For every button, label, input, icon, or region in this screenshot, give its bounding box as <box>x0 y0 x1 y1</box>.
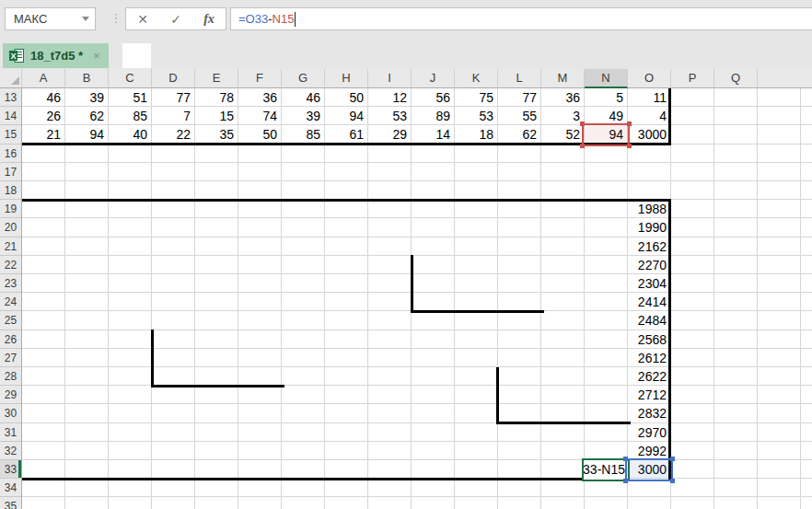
row-header-24[interactable]: 24 <box>0 293 21 311</box>
cell-O29[interactable]: 2712 <box>629 386 670 404</box>
cell-J14[interactable]: 89 <box>412 107 454 125</box>
row-header-27[interactable]: 27 <box>0 349 21 367</box>
cell-O26[interactable]: 2568 <box>629 330 670 349</box>
selection-handle[interactable] <box>580 144 585 148</box>
row-header-16[interactable]: 16 <box>0 145 21 163</box>
row-header-26[interactable]: 26 <box>0 330 21 349</box>
cell-F15[interactable]: 50 <box>239 125 281 144</box>
row-header-17[interactable]: 17 <box>0 163 21 181</box>
cell-O30[interactable]: 2832 <box>629 404 670 422</box>
cell-O22[interactable]: 2270 <box>629 256 670 274</box>
cell-E14[interactable]: 15 <box>196 107 238 125</box>
cell-D13[interactable]: 77 <box>153 88 194 107</box>
row-header-19[interactable]: 19 <box>0 200 21 218</box>
column-header-G[interactable]: G <box>282 69 325 88</box>
cell-G15[interactable]: 85 <box>283 125 324 144</box>
cell-O13[interactable]: 11 <box>629 88 670 107</box>
formula-input[interactable]: =O33 - N15 <box>230 7 812 30</box>
row-header-34[interactable]: 34 <box>0 479 21 497</box>
sheet-body[interactable]: 4639517778364650125675773651126628571574… <box>0 88 812 509</box>
selection-handle[interactable] <box>627 144 632 148</box>
row-header-35[interactable]: 35 <box>0 497 21 509</box>
row-header-14[interactable]: 14 <box>0 107 21 125</box>
cell-C14[interactable]: 85 <box>110 107 151 125</box>
cell-B15[interactable]: 94 <box>66 125 108 144</box>
selection-handle[interactable] <box>623 457 628 461</box>
insert-function-button[interactable]: fx <box>203 12 215 27</box>
cell-A14[interactable]: 26 <box>23 107 64 125</box>
row-header-31[interactable]: 31 <box>0 423 21 442</box>
row-header-28[interactable]: 28 <box>0 367 21 386</box>
cell-O15[interactable]: 3000 <box>629 125 670 144</box>
row-header-18[interactable]: 18 <box>0 181 21 200</box>
column-header-P[interactable]: P <box>671 69 714 88</box>
column-header-F[interactable]: F <box>238 69 282 88</box>
cell-A15[interactable]: 21 <box>23 125 64 144</box>
row-header-15[interactable]: 15 <box>0 125 21 144</box>
row-header-22[interactable]: 22 <box>0 256 21 274</box>
cell-D14[interactable]: 7 <box>153 107 194 125</box>
column-header-L[interactable]: L <box>498 69 541 88</box>
row-header-25[interactable]: 25 <box>0 311 21 330</box>
enter-button[interactable]: ✓ <box>170 12 181 27</box>
selection-handle[interactable] <box>670 457 675 461</box>
row-header-23[interactable]: 23 <box>0 274 21 293</box>
cell-J13[interactable]: 56 <box>412 88 454 107</box>
cell-I13[interactable]: 12 <box>369 88 411 107</box>
row-header-32[interactable]: 32 <box>0 442 21 460</box>
cell-K14[interactable]: 53 <box>456 107 497 125</box>
cell-B13[interactable]: 39 <box>66 88 108 107</box>
cell-O23[interactable]: 2304 <box>629 274 670 293</box>
cell-E13[interactable]: 78 <box>196 88 238 107</box>
column-header-C[interactable]: C <box>109 69 152 88</box>
cell-O25[interactable]: 2484 <box>629 311 670 330</box>
cell-J15[interactable]: 14 <box>412 125 454 144</box>
cell-B14[interactable]: 62 <box>66 107 108 125</box>
name-box[interactable]: МАКС <box>5 7 96 30</box>
column-header-Q[interactable]: Q <box>714 69 758 88</box>
cell-C13[interactable]: 51 <box>110 88 151 107</box>
cell-E15[interactable]: 35 <box>196 125 238 144</box>
cell-G14[interactable]: 39 <box>283 107 324 125</box>
cell-H14[interactable]: 94 <box>326 107 367 125</box>
column-header-extra[interactable] <box>758 69 812 88</box>
select-all-corner[interactable] <box>0 69 22 88</box>
column-header-B[interactable]: B <box>65 69 109 88</box>
column-header-H[interactable]: H <box>325 69 368 88</box>
cell-O28[interactable]: 2622 <box>629 367 670 386</box>
cell-N13[interactable]: 5 <box>586 88 627 107</box>
cell-F13[interactable]: 36 <box>239 88 281 107</box>
cell-K13[interactable]: 75 <box>456 88 497 107</box>
cell-O19[interactable]: 1988 <box>629 200 670 218</box>
cell-O24[interactable]: 2414 <box>629 293 670 311</box>
cell-H15[interactable]: 61 <box>326 125 367 144</box>
tab-close-icon[interactable]: × <box>89 49 100 63</box>
cell-O21[interactable]: 2162 <box>629 237 670 256</box>
cell-O20[interactable]: 1990 <box>629 218 670 237</box>
cell-O27[interactable]: 2612 <box>629 349 670 367</box>
cell-L15[interactable]: 62 <box>499 125 540 144</box>
row-header-20[interactable]: 20 <box>0 218 21 237</box>
row-header-21[interactable]: 21 <box>0 237 21 256</box>
selection-handle[interactable] <box>627 121 632 126</box>
selection-handle[interactable] <box>580 121 585 126</box>
cell-F14[interactable]: 74 <box>239 107 281 125</box>
cell-A13[interactable]: 46 <box>23 88 64 107</box>
column-header-M[interactable]: M <box>541 69 585 88</box>
column-header-J[interactable]: J <box>412 69 455 88</box>
row-header-33[interactable]: 33 <box>0 460 21 479</box>
cell-C15[interactable]: 40 <box>110 125 151 144</box>
cell-O31[interactable]: 2970 <box>629 423 670 442</box>
selection-handle[interactable] <box>623 479 628 483</box>
document-tab[interactable]: X 18_t7d5 * × <box>3 43 109 68</box>
column-header-E[interactable]: E <box>195 69 238 88</box>
cell-D15[interactable]: 22 <box>153 125 194 144</box>
column-header-K[interactable]: K <box>455 69 498 88</box>
cell-M13[interactable]: 36 <box>542 88 584 107</box>
cell-L13[interactable]: 77 <box>499 88 540 107</box>
cell-K15[interactable]: 18 <box>456 125 497 144</box>
column-header-N[interactable]: N <box>585 69 628 88</box>
cell-G13[interactable]: 46 <box>283 88 324 107</box>
column-header-O[interactable]: O <box>628 69 671 88</box>
column-header-D[interactable]: D <box>152 69 195 88</box>
